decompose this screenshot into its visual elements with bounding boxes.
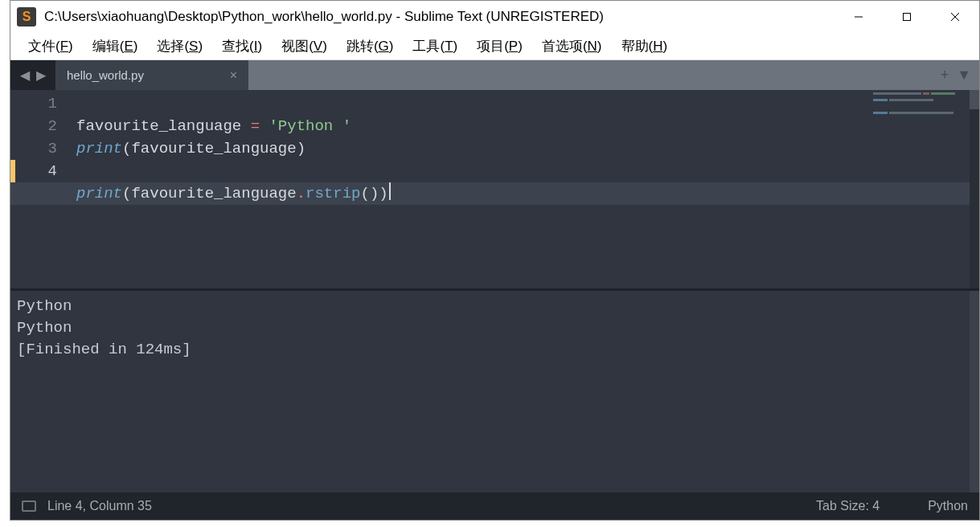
tabstrip-tail: + ▼ [248, 60, 979, 90]
tab-history-nav: ◀ ▶ [10, 60, 55, 90]
output-line: [Finished in 124ms] [17, 341, 191, 358]
status-syntax[interactable]: Python [928, 499, 968, 513]
nav-forward-icon[interactable]: ▶ [33, 67, 49, 83]
tab-hello-world[interactable]: hello_world.py × [55, 60, 248, 90]
menu-tools[interactable]: 工具(T) [403, 34, 467, 59]
code-line: print(favourite_language.rstrip()) [76, 182, 979, 205]
statusbar: Line 4, Column 35 Tab Size: 4 Python [10, 492, 979, 520]
minimap[interactable] [873, 92, 970, 133]
code-line: favourite_language = 'Python ' [76, 115, 979, 137]
close-button[interactable] [931, 1, 979, 33]
output-line: Python [17, 297, 81, 315]
code-area[interactable]: favourite_language = 'Python 'print(favo… [76, 90, 979, 288]
titlebar: S C:\Users\xiaohuang\Desktop\Python_work… [10, 1, 979, 33]
menu-select[interactable]: 选择(S) [147, 34, 212, 59]
status-position[interactable]: Line 4, Column 35 [47, 499, 152, 513]
build-output-panel[interactable]: Python Python [Finished in 124ms] [10, 291, 979, 492]
window-title: C:\Users\xiaohuang\Desktop\Python_work\h… [44, 9, 604, 25]
tab-close-icon[interactable]: × [230, 68, 237, 83]
line-number: 4 [10, 160, 57, 182]
editor-scrollbar[interactable] [970, 90, 979, 288]
menu-prefs[interactable]: 首选项(N) [532, 34, 612, 59]
status-tabsize[interactable]: Tab Size: 4 [816, 499, 880, 513]
new-tab-icon[interactable]: + [941, 67, 949, 84]
menu-project[interactable]: 项目(P) [467, 34, 532, 59]
output-scrollbar[interactable] [970, 291, 979, 492]
line-number: 2 [10, 115, 57, 137]
app-icon: S [17, 7, 36, 27]
tab-label: hello_world.py [67, 68, 144, 82]
minimize-button[interactable] [834, 1, 883, 33]
menu-help[interactable]: 帮助(H) [612, 34, 678, 59]
output-line: Python [17, 319, 72, 337]
line-number: 1 [10, 92, 57, 115]
nav-back-icon[interactable]: ◀ [17, 67, 33, 83]
client-area: ◀ ▶ hello_world.py × + ▼ 1 2 3 4 [10, 60, 979, 520]
code-line: print(favourite_language) [76, 137, 979, 160]
menu-find[interactable]: 查找(I) [212, 34, 272, 59]
app-window: S C:\Users\xiaohuang\Desktop\Python_work… [10, 0, 980, 521]
window-buttons [834, 1, 979, 33]
maximize-button[interactable] [883, 1, 931, 33]
menu-file[interactable]: 文件(F) [18, 34, 83, 59]
menu-view[interactable]: 视图(V) [272, 34, 337, 59]
tab-menu-icon[interactable]: ▼ [957, 67, 971, 84]
svg-rect-1 [904, 14, 911, 21]
tabstrip: ◀ ▶ hello_world.py × + ▼ [10, 60, 979, 90]
editor-pane[interactable]: 1 2 3 4 5 favourite_language = 'Python '… [10, 90, 979, 288]
code-line [76, 160, 979, 182]
active-line-marker [10, 160, 15, 182]
menubar: 文件(F) 编辑(E) 选择(S) 查找(I) 视图(V) 跳转(G) 工具(T… [10, 33, 979, 60]
menu-goto[interactable]: 跳转(G) [337, 34, 404, 59]
panel-toggle-icon[interactable] [22, 500, 36, 512]
menu-edit[interactable]: 编辑(E) [83, 34, 148, 59]
text-cursor [389, 182, 391, 200]
line-number: 3 [10, 137, 57, 160]
code-line [76, 205, 979, 227]
